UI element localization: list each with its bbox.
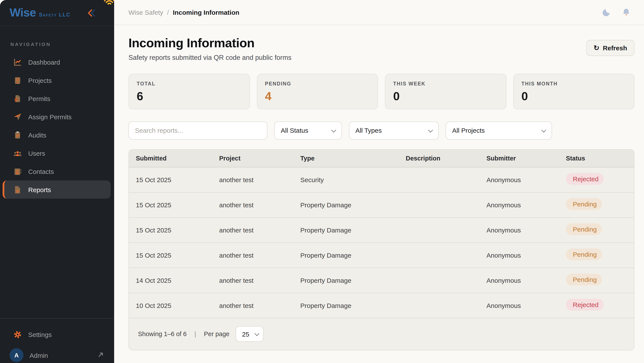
status-badge: Rejected bbox=[566, 173, 604, 185]
nav-section-label: NAVIGATION bbox=[0, 26, 114, 47]
page-subtitle: Safety reports submitted via QR code and… bbox=[128, 54, 292, 62]
page-title: Incoming Information bbox=[128, 36, 292, 50]
sidebar-footer: Settings A Admin bbox=[0, 318, 114, 363]
table-row[interactable]: 15 Oct 2025 another test Property Damage… bbox=[129, 243, 634, 268]
users-icon bbox=[13, 149, 22, 158]
breadcrumb: Wise Safety / Incoming Information bbox=[128, 9, 239, 16]
sidebar-header: Wise Safety LLC bbox=[0, 0, 114, 26]
sidebar-item-settings[interactable]: Settings bbox=[0, 325, 114, 344]
wifi-arcs-icon bbox=[103, 0, 114, 6]
type-filter: All Types bbox=[349, 121, 439, 140]
sidebar-item-contacts[interactable]: Contacts bbox=[2, 162, 111, 180]
external-link-arrow-icon bbox=[98, 352, 104, 359]
reports-table: Submitted Project Type Description Submi… bbox=[128, 149, 634, 351]
showing-count: Showing 1–6 of 6 bbox=[138, 331, 186, 338]
app-window: Wise Safety LLC NAVIGATION bbox=[0, 0, 644, 363]
stat-card-this-week: THIS WEEK 0 bbox=[385, 74, 506, 109]
col-description: Description bbox=[399, 155, 480, 162]
project-filter: All Projects bbox=[446, 121, 552, 140]
stat-value-this-week: 0 bbox=[393, 90, 498, 103]
building-icon bbox=[13, 76, 22, 85]
sidebar-item-reports[interactable]: Reports bbox=[2, 180, 111, 199]
table-row[interactable]: 14 Oct 2025 another test Property Damage… bbox=[129, 268, 634, 293]
avatar: A bbox=[10, 348, 24, 362]
status-badge: Pending bbox=[566, 274, 602, 286]
stats-row: TOTAL 6 PENDING 4 THIS WEEK 0 THIS MONTH… bbox=[128, 74, 634, 109]
refresh-button[interactable]: ↻ Refresh bbox=[586, 40, 634, 56]
status-badge: Pending bbox=[566, 198, 602, 210]
notifications-bell-icon[interactable] bbox=[620, 7, 632, 18]
status-badge: Pending bbox=[566, 224, 602, 235]
sidebar-user-admin[interactable]: A Admin bbox=[0, 344, 114, 363]
contact-card-icon bbox=[13, 167, 22, 176]
table-row[interactable]: 10 Oct 2025 another test Property Damage… bbox=[129, 293, 634, 318]
breadcrumb-parent[interactable]: Wise Safety bbox=[128, 9, 163, 16]
page-content: Incoming Information Safety reports subm… bbox=[114, 25, 644, 351]
topbar: Wise Safety / Incoming Information bbox=[114, 0, 644, 25]
brand-logo: Wise Safety LLC bbox=[10, 6, 70, 19]
footer-separator: | bbox=[194, 331, 196, 338]
breadcrumb-separator: / bbox=[167, 9, 169, 16]
status-filter-select[interactable]: All Status bbox=[274, 121, 342, 140]
sidebar-item-users[interactable]: Users bbox=[2, 144, 111, 162]
sidebar-item-assign-permits[interactable]: Assign Permits bbox=[2, 108, 111, 126]
brand-word: Wise bbox=[10, 6, 36, 19]
gear-icon bbox=[13, 330, 22, 339]
sidebar-collapse-button[interactable] bbox=[86, 7, 98, 19]
table-footer: Showing 1–6 of 6 | Per page 25 bbox=[129, 318, 634, 350]
stat-card-total: TOTAL 6 bbox=[128, 74, 250, 109]
main-area: Wise Safety / Incoming Information bbox=[114, 0, 644, 363]
status-filter: All Status bbox=[274, 121, 342, 140]
per-page-label: Per page bbox=[204, 331, 230, 338]
per-page-select[interactable]: 25 bbox=[236, 326, 263, 342]
sidebar: Wise Safety LLC NAVIGATION bbox=[0, 0, 114, 363]
col-project: Project bbox=[212, 155, 293, 162]
stat-card-pending: PENDING 4 bbox=[257, 74, 378, 109]
dark-mode-moon-icon[interactable] bbox=[600, 7, 612, 18]
stat-value-total: 6 bbox=[137, 90, 242, 103]
table-row[interactable]: 15 Oct 2025 another test Security Anonym… bbox=[129, 167, 634, 193]
stat-value-this-month: 0 bbox=[522, 90, 626, 103]
col-status: Status bbox=[559, 155, 634, 162]
table-row[interactable]: 15 Oct 2025 another test Property Damage… bbox=[129, 218, 634, 243]
stat-value-pending: 4 bbox=[265, 90, 370, 103]
document-lines-icon bbox=[13, 185, 22, 194]
topbar-actions bbox=[600, 7, 632, 18]
refresh-icon: ↻ bbox=[594, 44, 599, 51]
clipboard-check-icon bbox=[13, 130, 22, 139]
breadcrumb-current: Incoming Information bbox=[173, 9, 239, 16]
sidebar-item-projects[interactable]: Projects bbox=[2, 71, 111, 89]
search-input[interactable] bbox=[128, 121, 267, 140]
status-badge: Pending bbox=[566, 249, 602, 260]
type-filter-select[interactable]: All Types bbox=[349, 121, 439, 140]
project-filter-select[interactable]: All Projects bbox=[446, 121, 552, 140]
filters-row: All Status All Types All Projects bbox=[128, 121, 634, 140]
document-badge-icon bbox=[13, 94, 22, 103]
paper-plane-icon bbox=[13, 112, 22, 121]
table-header: Submitted Project Type Description Submi… bbox=[129, 150, 634, 167]
per-page-control: 25 bbox=[236, 326, 263, 342]
col-submitted: Submitted bbox=[129, 155, 212, 162]
brand-suffix: Safety LLC bbox=[39, 12, 71, 18]
sidebar-item-audits[interactable]: Audits bbox=[2, 126, 111, 144]
chart-line-icon bbox=[13, 57, 22, 66]
sidebar-item-dashboard[interactable]: Dashboard bbox=[2, 53, 111, 71]
col-type: Type bbox=[293, 155, 399, 162]
col-submitter: Submitter bbox=[480, 155, 559, 162]
status-badge: Rejected bbox=[566, 299, 604, 311]
title-row: Incoming Information Safety reports subm… bbox=[128, 36, 634, 62]
stat-card-this-month: THIS MONTH 0 bbox=[513, 74, 634, 109]
table-row[interactable]: 15 Oct 2025 another test Property Damage… bbox=[129, 193, 634, 218]
nav-list: Dashboard Projects bbox=[0, 53, 114, 199]
sidebar-item-permits[interactable]: Permits bbox=[2, 89, 111, 108]
